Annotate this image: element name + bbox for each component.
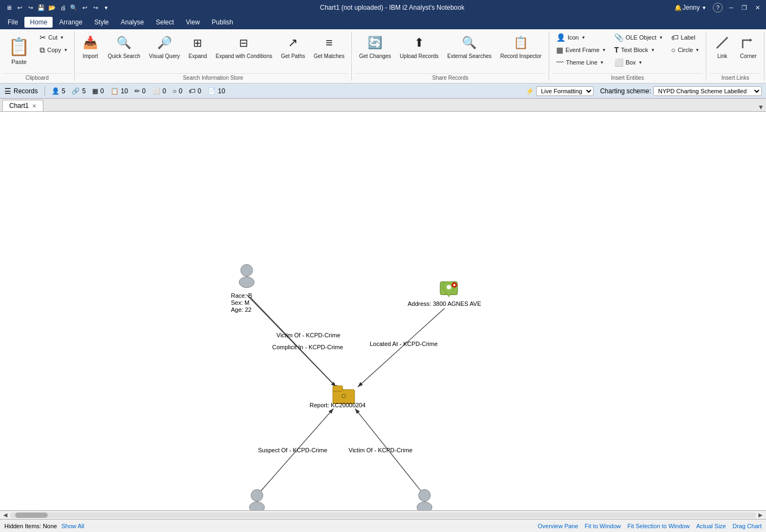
quick-search-button[interactable]: 🔍 Quick Search (104, 31, 144, 69)
scroll-right-arrow[interactable]: ▶ (756, 511, 765, 520)
box-label: Box (626, 59, 636, 66)
copy-icon: ⧉ (40, 46, 45, 55)
copy-button[interactable]: ⧉ Copy ▾ (36, 44, 71, 56)
link-button[interactable]: Link (710, 31, 735, 69)
save-icon[interactable]: 💾 (37, 3, 46, 12)
import-button[interactable]: 📥 Import (78, 31, 103, 69)
live-formatting-select[interactable]: Live Formatting (536, 86, 594, 96)
text-block-dropdown[interactable]: ▾ (652, 47, 654, 53)
node-person1[interactable] (239, 265, 254, 288)
svg-point-5 (239, 277, 254, 288)
link-label-complicit: Complicit In - KCPD-Crime (272, 344, 343, 350)
label-button[interactable]: 🏷 Label (667, 31, 703, 43)
minimize-icon[interactable]: ─ (727, 3, 736, 12)
h-scrollbar[interactable]: ◀ ▶ (0, 510, 766, 519)
icon-button[interactable]: 👤 Icon ▾ (552, 31, 609, 43)
node-address[interactable] (440, 282, 458, 297)
theme-line-button[interactable]: 〰 Theme Line ▾ (552, 56, 609, 68)
expand-conditions-button[interactable]: ⊟ Expand with Conditions (212, 31, 276, 69)
cut-button[interactable]: ✂ Cut ▾ (36, 31, 71, 43)
show-all-link[interactable]: Show All (61, 523, 84, 529)
cut-copy-col: ✂ Cut ▾ ⧉ Copy ▾ (36, 31, 71, 56)
redo2-icon[interactable]: ↪ (91, 3, 100, 12)
circle-dropdown[interactable]: ▾ (696, 47, 699, 53)
records-label: Records (14, 87, 38, 95)
label-btn-label: Label (681, 34, 696, 41)
find-icon[interactable]: 🔍 (69, 3, 78, 12)
fit-to-window-link[interactable]: Fit to Window (585, 523, 621, 529)
node-address-label: Address: 3800 AGNES AVE (408, 300, 481, 307)
more-icon[interactable]: ▾ (102, 3, 111, 12)
external-searches-label: External Searches (447, 53, 492, 60)
corner-button[interactable]: Corner (736, 31, 761, 69)
help-icon[interactable]: ? (713, 3, 723, 12)
circle-button[interactable]: ○ Circle ▾ (667, 44, 703, 56)
links-buttons: Link Corner (710, 31, 761, 72)
menu-view[interactable]: View (181, 17, 205, 28)
bell-icon[interactable]: 🔔 (674, 3, 683, 12)
node-person2[interactable] (249, 490, 265, 511)
undo-icon[interactable]: ↩ (15, 3, 24, 12)
charting-scheme-select[interactable]: NYPD Charting Scheme Labelled (653, 86, 762, 96)
chart-canvas[interactable]: Victim Of - KCPD-Crime Complicit In - KC… (0, 112, 766, 510)
chart-tab[interactable]: Chart1 ✕ (2, 100, 43, 111)
scroll-track[interactable] (10, 512, 756, 518)
undo2-icon[interactable]: ↩ (80, 3, 89, 12)
restore-icon[interactable]: ❐ (740, 3, 749, 12)
chart-tab-close[interactable]: ✕ (32, 103, 36, 109)
charting-scheme-label: Charting scheme: (600, 87, 651, 95)
open-icon[interactable]: 📂 (48, 3, 56, 12)
clipboard-label: Clipboard (3, 73, 71, 81)
menu-arrange[interactable]: Arrange (54, 17, 88, 28)
ole-object-button[interactable]: 📎 OLE Object ▾ (610, 31, 666, 43)
record-inspector-button[interactable]: 📋 Record Inspector (497, 31, 545, 69)
ribbon-group-clipboard: 📋 Paste ✂ Cut ▾ ⧉ Copy ▾ Clipboard (0, 31, 75, 81)
upload-records-button[interactable]: ⬆ Upload Records (396, 31, 442, 69)
event-frame-label: Event Frame (565, 47, 600, 53)
theme-line-dropdown[interactable]: ▾ (601, 60, 603, 65)
event-frame-button[interactable]: ▦ Event Frame ▾ (552, 44, 609, 56)
event-frame-dropdown[interactable]: ▾ (603, 47, 606, 53)
visual-query-button[interactable]: 🔎 Visual Query (145, 31, 184, 69)
icon-entity-icon: 👤 (556, 33, 565, 42)
print-icon[interactable]: 🖨 (59, 3, 67, 12)
text-block-button[interactable]: T Text Block ▾ (610, 44, 666, 56)
icon-dropdown[interactable]: ▾ (582, 35, 585, 40)
external-searches-button[interactable]: 🔍 External Searches (443, 31, 495, 69)
close-icon[interactable]: ✕ (753, 3, 762, 12)
redo-icon[interactable]: ↪ (26, 3, 35, 12)
svg-point-18 (417, 502, 432, 511)
svg-point-15 (251, 490, 263, 502)
svg-point-10 (453, 284, 455, 286)
icon-count3: ▦ (92, 87, 98, 95)
cut-dropdown[interactable]: ▾ (61, 35, 63, 40)
menu-publish[interactable]: Publish (207, 17, 239, 28)
user-dropdown-icon[interactable]: ▾ (700, 3, 709, 12)
drag-chart-link[interactable]: Drag Chart (732, 523, 762, 529)
menu-file[interactable]: File (2, 17, 23, 28)
node-person3[interactable] (417, 490, 432, 511)
scroll-left-arrow[interactable]: ◀ (1, 511, 10, 520)
tab-dropdown[interactable]: ▾ (756, 102, 766, 111)
copy-dropdown[interactable]: ▾ (65, 47, 67, 53)
box-button[interactable]: ⬜ Box ▾ (610, 56, 666, 68)
get-paths-button[interactable]: ↗ Get Paths (277, 31, 308, 69)
scroll-thumb[interactable] (15, 512, 48, 518)
paste-button[interactable]: 📋 Paste (3, 31, 35, 69)
get-matches-label: Get Matches (314, 53, 345, 60)
expand-button[interactable]: ⊞ Expand (185, 31, 211, 69)
toolbar-count7: ○ 0 (172, 87, 182, 95)
menu-style[interactable]: Style (89, 17, 114, 28)
menu-home[interactable]: Home (24, 17, 53, 28)
box-dropdown[interactable]: ▾ (639, 60, 642, 65)
ole-dropdown[interactable]: ▾ (660, 35, 662, 40)
get-matches-button[interactable]: ≡ Get Matches (310, 31, 349, 69)
fit-selection-link[interactable]: Fit Selection to Window (627, 523, 690, 529)
paste-icon: 📋 (8, 36, 30, 57)
menu-analyse[interactable]: Analyse (115, 17, 150, 28)
get-changes-button[interactable]: 🔄 Get Changes (355, 31, 395, 69)
menu-select[interactable]: Select (150, 17, 179, 28)
node-person1-sex: Sex: M (231, 299, 249, 306)
overview-pane-link[interactable]: Overview Pane (538, 523, 578, 529)
actual-size-link[interactable]: Actual Size (696, 523, 726, 529)
